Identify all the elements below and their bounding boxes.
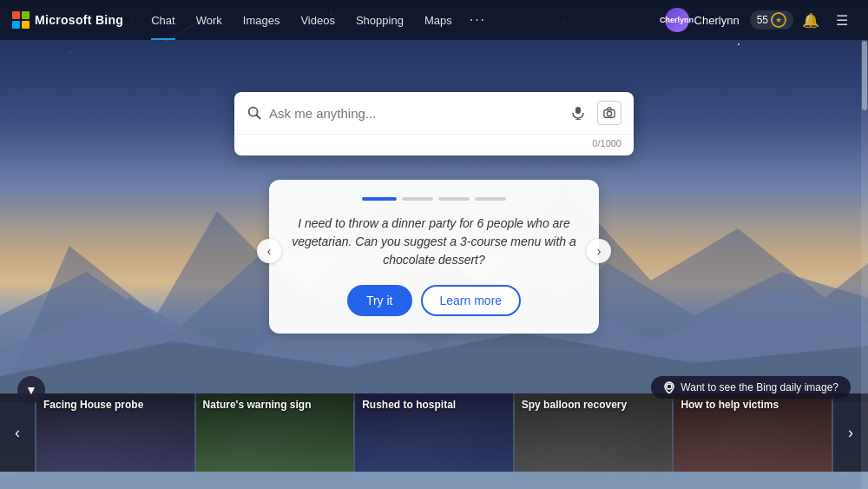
nav-work[interactable]: Work (186, 0, 233, 40)
dot-3 (438, 197, 470, 201)
prompt-actions: Try it Learn more (290, 285, 578, 316)
search-top (234, 92, 634, 134)
svg-point-10 (607, 111, 611, 116)
notifications-button[interactable]: 🔔 (797, 6, 825, 34)
bing-daily-image-button[interactable]: Want to see the Bing daily image? (651, 376, 851, 399)
user-avatar: Cherlynn (665, 8, 689, 32)
learn-more-button[interactable]: Learn more (421, 285, 522, 316)
prompt-prev-button[interactable]: ‹ (257, 239, 281, 263)
dot-2 (402, 197, 433, 201)
svg-line-5 (256, 115, 260, 119)
nav-right: Cherlynn Cherlynn 55 ★ 🔔 ☰ (658, 4, 856, 36)
search-icon (247, 105, 262, 121)
collapse-button[interactable]: ▼ (17, 376, 45, 404)
search-input[interactable] (269, 106, 559, 121)
news-card-title: Spy balloon recovery (522, 399, 666, 413)
nav-videos[interactable]: Videos (290, 0, 345, 40)
news-cards-inner: Facing House probeNature's warning signR… (36, 393, 832, 472)
points-value: 55 (757, 14, 768, 26)
try-it-button[interactable]: Try it (347, 285, 412, 316)
nav-images[interactable]: Images (233, 0, 291, 40)
svg-rect-6 (575, 107, 581, 114)
scrollbar[interactable] (861, 40, 868, 489)
logo[interactable]: Microsoft Bing (12, 11, 123, 29)
bell-icon: 🔔 (802, 12, 819, 29)
reward-icon: ★ (771, 12, 786, 28)
news-card-title: Rushed to hospital (362, 399, 506, 413)
microphone-icon (571, 106, 585, 120)
dot-4 (475, 197, 506, 201)
scrollbar-thumb (862, 41, 867, 110)
chevron-down-icon: ▼ (25, 383, 37, 397)
nav-maps[interactable]: Maps (414, 0, 463, 40)
hamburger-icon: ☰ (836, 12, 848, 29)
location-icon (663, 381, 675, 393)
news-card-title: Facing House probe (43, 399, 187, 413)
news-card-title: How to help victims (681, 399, 825, 413)
voice-search-button[interactable] (566, 101, 590, 125)
camera-icon (603, 107, 615, 119)
news-card[interactable]: Nature's warning sign (196, 393, 354, 472)
news-card[interactable]: Spy balloon recovery (515, 393, 673, 472)
search-box: 0/1000 (234, 92, 634, 155)
image-search-button[interactable] (597, 101, 621, 125)
news-card[interactable]: Rushed to hospital (355, 393, 513, 472)
svg-point-4 (249, 108, 258, 116)
news-card-title: Nature's warning sign (203, 399, 347, 413)
rewards-points[interactable]: 55 ★ (750, 10, 793, 30)
nav-shopping[interactable]: Shopping (345, 0, 414, 40)
prompt-card: I need to throw a dinner party for 6 peo… (269, 180, 599, 334)
logo-text: Microsoft Bing (35, 13, 123, 27)
prompt-wrapper: ‹ I need to throw a dinner party for 6 p… (269, 168, 599, 334)
news-cards-container: ‹ Facing House probeNature's warning sig… (0, 393, 868, 472)
news-card[interactable]: Facing House probe (36, 393, 194, 472)
microsoft-logo-icon (12, 11, 30, 29)
char-count: 0/1000 (234, 134, 634, 155)
username-label: Cherlynn (694, 14, 740, 27)
bing-image-text: Want to see the Bing daily image? (681, 381, 838, 393)
user-menu[interactable]: Cherlynn Cherlynn (658, 4, 746, 36)
svg-point-11 (667, 384, 672, 389)
bottom-bar: ▼ Want to see the Bing daily image? ‹ Fa… (0, 393, 868, 489)
news-card[interactable]: How to help victims (674, 393, 832, 472)
menu-button[interactable]: ☰ (828, 6, 856, 34)
navbar: Microsoft Bing Chat Work Images Videos S… (0, 0, 868, 40)
progress-dots (290, 197, 578, 201)
dot-1 (362, 197, 397, 201)
char-count-text: 0/1000 (592, 138, 621, 149)
prompt-text: I need to throw a dinner party for 6 peo… (290, 215, 578, 269)
left-arrow-icon: ‹ (15, 424, 20, 442)
prompt-next-button[interactable]: › (587, 239, 611, 263)
nav-more-button[interactable]: ··· (463, 0, 493, 40)
nav-chat[interactable]: Chat (141, 0, 185, 40)
right-arrow-icon: › (848, 424, 853, 442)
news-prev-button[interactable]: ‹ (0, 393, 35, 472)
